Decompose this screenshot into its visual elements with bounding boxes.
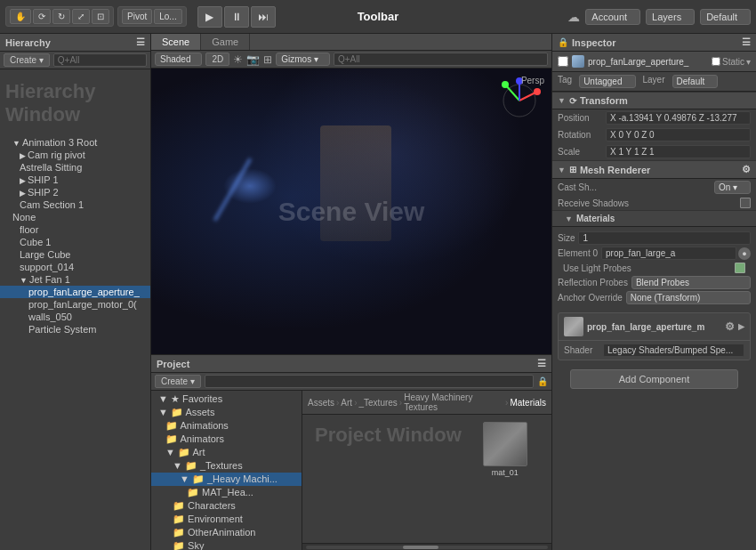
list-item[interactable]: floor [0,223,150,236]
list-item[interactable]: prop_fanLarge_motor_0( [0,298,150,311]
list-item[interactable]: Large Cube [0,248,150,261]
rotate-tool-btn[interactable]: ↻ [52,9,70,24]
list-item[interactable]: Cube 1 [0,236,150,248]
component-settings-icon[interactable]: ⚙ [725,320,735,333]
hand-tool-btn[interactable]: ✋ [10,9,31,24]
list-item[interactable]: ▼ 📁 _Textures [151,459,302,473]
svg-point-5 [502,81,509,88]
tag-dropdown[interactable]: Untagged [579,75,635,88]
project-menu-icon[interactable]: ☰ [537,358,546,369]
list-item[interactable]: 📁 Environment [151,513,302,526]
list-item[interactable]: ▼ 📁 Assets [151,406,302,419]
component-name[interactable]: prop_fan_large_aperture_m [587,322,721,332]
mesh-settings-icon[interactable]: ⚙ [742,164,751,175]
anchor-override-dropdown[interactable]: None (Transform) [626,291,751,304]
project-create-btn[interactable]: Create ▾ [155,375,201,388]
project-scrollbar[interactable] [302,543,551,550]
shader-label: Shader [564,345,599,355]
list-item[interactable]: ▼Animation 3 Root [0,136,150,149]
2d-button[interactable]: 2D [205,53,229,66]
list-item[interactable]: 📁 Animators [151,433,302,446]
shading-dropdown[interactable]: Shaded [155,53,202,66]
receive-shadow-checkbox[interactable] [740,198,751,208]
list-item[interactable]: 📁 OtherAnimation [151,526,302,539]
hierarchy-create-btn[interactable]: Create ▾ [4,53,50,67]
shader-value[interactable]: Legacy Shaders/Bumped Spe... [603,344,744,357]
cast-shadow-dropdown[interactable]: On ▾ [714,181,751,194]
hierarchy-toolbar: Create ▾ [0,52,150,69]
static-checkbox[interactable] [712,57,720,66]
list-item[interactable]: 📁 Sky [151,539,302,550]
list-item[interactable]: 📁 Animations [151,419,302,433]
scene-view[interactable]: Persp Scene View [151,69,551,354]
inspector-object-header: prop_fanLarge_aperture_ Static ▾ [552,52,756,72]
local-button[interactable]: Lo... [154,9,181,24]
list-item[interactable]: ▼ 📁 Art [151,446,302,459]
scene-area: Scene Game Shaded 2D ☀ 📷 ⊞ Gizmos ▾ [151,34,551,354]
list-item[interactable]: None [0,211,150,223]
list-item[interactable]: ▼ 📁 _Heavy Machi... [151,473,302,486]
pause-button[interactable]: ⏸ [224,6,249,28]
static-toggle[interactable]: Static ▾ [712,57,751,67]
use-light-probes-label: Use Light Probes [563,263,631,273]
reflection-probes-dropdown[interactable]: Blend Probes [631,276,751,289]
static-dropdown-icon[interactable]: ▾ [746,57,751,67]
list-item[interactable]: mat_01 [474,418,536,481]
scale-value[interactable]: X 1 Y 1 Z 1 [606,145,751,158]
layer-dropdown[interactable]: Default [672,75,719,88]
toolbar-title: Toolbar [358,10,399,23]
list-item[interactable]: prop_fanLarge_aperture_ [0,286,150,298]
list-item[interactable]: ▼ ★ Favorites [151,392,302,406]
rect-tool-btn[interactable]: ⊡ [92,9,109,24]
breadcrumb-assets[interactable]: Assets [308,398,334,408]
hierarchy-title: Hierarchy [5,37,51,48]
inspector-menu-icon[interactable]: ☰ [742,36,751,48]
list-item[interactable]: ▶Cam rig pivot [0,149,150,161]
element0-select-btn[interactable]: ● [738,247,751,260]
tab-game[interactable]: Game [201,34,250,50]
list-item[interactable]: 📁 Characters [151,499,302,513]
anchor-override-row: Anchor Override None (Transform) [558,290,751,305]
breadcrumb-art[interactable]: Art [341,398,352,408]
component-expand-icon[interactable]: ▶ [738,322,744,331]
tab-scene[interactable]: Scene [151,34,201,50]
position-value[interactable]: X -a.13941 Y 0.49876 Z -13.277 [606,111,751,125]
scene-search-input[interactable] [334,53,548,66]
use-light-probes-checkbox[interactable] [735,263,745,273]
inspector-lock-icon[interactable]: 🔒 [558,37,568,47]
pivot-button[interactable]: Pivot [122,9,152,24]
account-dropdown[interactable]: Account [585,9,640,25]
list-item[interactable]: Cam Section 1 [0,198,150,211]
hierarchy-search-input[interactable] [53,53,147,67]
materials-header[interactable]: ▼ Materials [552,210,756,227]
layers-dropdown[interactable]: Layers [646,9,695,25]
rotation-value[interactable]: X 0 Y 0 Z 0 [606,128,751,142]
object-active-checkbox[interactable] [558,56,568,67]
list-item[interactable]: 📁 MAT_Hea... [151,486,302,499]
add-component-button[interactable]: Add Component [570,369,738,389]
element0-value[interactable]: prop_fan_large_a [601,247,736,260]
list-item[interactable]: ▶SHIP 2 [0,186,150,198]
transform-section-header[interactable]: ▼ ⟳ Transform [552,92,756,109]
list-item[interactable]: Particle System [0,323,150,336]
gizmos-dropdown[interactable]: Gizmos ▾ [276,53,330,66]
default-layout-dropdown[interactable]: Default [700,9,751,25]
play-button[interactable]: ▶ [197,6,222,28]
hierarchy-menu-icon[interactable]: ☰ [136,36,145,48]
breadcrumb-materials[interactable]: Materials [510,398,546,408]
mesh-renderer-header[interactable]: ▼ ⊞ Mesh Renderer ⚙ [552,160,756,179]
move-tool-btn[interactable]: ⟳ [33,9,51,24]
list-item[interactable]: Astrella Sitting [0,161,150,174]
list-item[interactable]: walls_050 [0,311,150,323]
list-item[interactable]: ▼Jet Fan 1 [0,273,150,286]
object-name[interactable]: prop_fanLarge_aperture_ [588,57,708,67]
project-search-input[interactable] [205,375,534,388]
list-item[interactable]: support_014 [0,261,150,273]
scale-tool-btn[interactable]: ⤢ [72,9,90,24]
scrollbar-thumb[interactable] [403,546,438,549]
step-button[interactable]: ⏭ [251,6,276,28]
breadcrumb-textures[interactable]: _Textures [358,398,397,408]
breadcrumb-heavy[interactable]: Heavy Machinery Textures [404,392,503,412]
list-item[interactable]: ▶SHIP 1 [0,174,150,186]
size-value[interactable]: 1 [578,231,751,245]
